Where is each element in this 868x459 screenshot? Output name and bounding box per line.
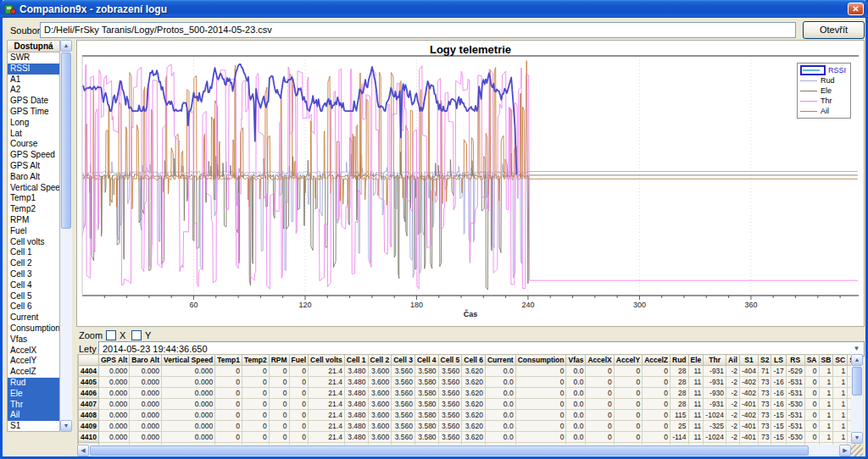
zoom-y-checkbox[interactable] — [131, 330, 142, 340]
column-header-rs[interactable]: RS — [786, 355, 804, 366]
table-cell[interactable]: -530 — [786, 399, 804, 410]
field-item-long[interactable]: Long — [8, 118, 59, 129]
table-cell[interactable]: 28 — [670, 377, 689, 388]
open-button[interactable]: Otevřít — [803, 21, 865, 39]
table-cell[interactable]: 0 — [804, 377, 819, 388]
table-cell[interactable]: 21.4 — [309, 432, 345, 443]
table-cell[interactable]: 0.000 — [162, 388, 215, 399]
table-cell[interactable]: 11 — [688, 377, 704, 388]
table-cell[interactable]: 0 — [586, 388, 614, 399]
row-header[interactable]: 4408 — [79, 410, 99, 421]
column-header-s2[interactable]: S2 — [758, 355, 771, 366]
table-cell[interactable]: 0.000 — [98, 410, 129, 421]
table-cell[interactable]: 3.560 — [392, 399, 415, 410]
table-cell[interactable]: -15 — [771, 410, 786, 421]
chevron-down-icon[interactable]: ▼ — [851, 344, 862, 354]
table-cell[interactable]: 3.560 — [438, 366, 462, 377]
table-cell[interactable]: -16 — [771, 399, 786, 410]
field-item-rssi[interactable]: RSSI — [8, 64, 59, 75]
table-cell[interactable]: 3.600 — [368, 432, 392, 443]
table-cell[interactable]: 3.560 — [392, 366, 415, 377]
field-item-ele[interactable]: Ele — [8, 389, 59, 400]
field-item-fuel[interactable]: Fuel — [8, 226, 59, 237]
field-item-lat[interactable]: Lat — [8, 129, 59, 140]
table-cell[interactable]: 3.580 — [415, 388, 438, 399]
resize-grip[interactable] — [851, 445, 863, 456]
table-cell[interactable]: 0 — [804, 399, 819, 410]
table-cell[interactable]: -16 — [771, 377, 786, 388]
table-cell[interactable]: 0 — [242, 366, 269, 377]
table-cell[interactable]: 0.000 — [162, 432, 215, 443]
column-header-cell-6[interactable]: Cell 6 — [462, 355, 486, 366]
table-cell[interactable]: 0 — [289, 421, 308, 432]
table-cell[interactable]: -2 — [726, 421, 740, 432]
table-cell[interactable]: 0.000 — [130, 377, 162, 388]
table-cell[interactable]: 0 — [515, 432, 566, 443]
table-cell[interactable]: 3.600 — [368, 366, 392, 377]
table-cell[interactable]: 0 — [614, 388, 642, 399]
table-cell[interactable]: 0 — [515, 388, 566, 399]
table-cell[interactable]: 0 — [242, 410, 269, 421]
row-header[interactable]: 4410 — [79, 432, 99, 443]
table-cell[interactable]: 0.000 — [98, 421, 129, 432]
table-cell[interactable]: 0 — [215, 377, 242, 388]
column-header-cell-4[interactable]: Cell 4 — [415, 355, 438, 366]
field-item-current[interactable]: Current — [8, 312, 59, 324]
table-cell[interactable]: 0 — [269, 421, 289, 432]
column-header-vfas[interactable]: Vfas — [566, 355, 586, 366]
scroll-down-icon[interactable]: ▼ — [851, 432, 863, 444]
table-cell[interactable]: 0 — [586, 366, 614, 377]
column-header-thr[interactable]: Thr — [704, 355, 726, 366]
table-cell[interactable]: 0 — [215, 399, 242, 410]
table-cell[interactable]: -1024 — [704, 410, 726, 421]
table-cell[interactable]: 3.480 — [344, 421, 368, 432]
table-cell[interactable]: 0 — [614, 366, 642, 377]
table-cell[interactable]: 21.4 — [309, 421, 345, 432]
table-cell[interactable]: -529 — [786, 366, 804, 377]
field-item-cell-2[interactable]: Cell 2 — [8, 258, 59, 269]
table-cell[interactable]: 0 — [289, 377, 308, 388]
table-cell[interactable]: 0.0 — [485, 410, 515, 421]
table-cell[interactable]: 3.480 — [344, 377, 368, 388]
table-cell[interactable]: 3.620 — [462, 366, 486, 377]
table-cell[interactable]: 0 — [614, 399, 642, 410]
table-cell[interactable]: 11 — [688, 421, 704, 432]
table-cell[interactable]: 0 — [643, 377, 670, 388]
table-cell[interactable]: 3.480 — [344, 388, 368, 399]
table-cell[interactable]: 0 — [804, 421, 819, 432]
table-cell[interactable]: 0.000 — [162, 377, 215, 388]
table-cell[interactable]: 3.580 — [415, 366, 438, 377]
table-cell[interactable]: 3.600 — [368, 388, 392, 399]
table-cell[interactable]: 0 — [515, 377, 566, 388]
column-header-vertical-speed[interactable]: Vertical Speed — [162, 355, 215, 366]
column-header-temp1[interactable]: Temp1 — [215, 355, 242, 366]
table-cell[interactable]: -531 — [786, 410, 804, 421]
table-cell[interactable]: 0 — [242, 432, 269, 443]
table-cell[interactable]: 11 — [688, 432, 704, 443]
table-cell[interactable]: 73 — [758, 432, 771, 443]
legend-item-ail[interactable]: Ail — [798, 106, 850, 116]
column-header-sc[interactable]: SC — [833, 355, 848, 366]
table-cell[interactable]: 73 — [758, 399, 771, 410]
table-cell[interactable]: 73 — [758, 388, 771, 399]
table-cell[interactable]: 0 — [515, 366, 566, 377]
table-cell[interactable]: -402 — [739, 388, 758, 399]
field-item-cell-5[interactable]: Cell 5 — [8, 291, 59, 302]
table-cell[interactable]: 0 — [643, 366, 670, 377]
table-row[interactable]: 44040.0000.0000.000000021.43.4803.6003.5… — [79, 366, 852, 377]
table-cell[interactable]: 0 — [643, 432, 670, 443]
table-cell[interactable]: 21.4 — [309, 388, 345, 399]
file-path-input[interactable]: D:/Heli/FrSky Taranis/Logy/Protos_500-20… — [40, 22, 796, 38]
table-cell[interactable]: 0.000 — [162, 410, 215, 421]
column-header-gps-alt[interactable]: GPS Alt — [98, 355, 129, 366]
table-cell[interactable]: -531 — [786, 377, 804, 388]
row-header[interactable]: 4404 — [79, 366, 99, 377]
table-cell[interactable]: 0 — [804, 410, 819, 421]
table-cell[interactable]: 11 — [688, 399, 704, 410]
table-cell[interactable]: 3.580 — [415, 399, 438, 410]
table-cell[interactable]: 0.0 — [566, 410, 586, 421]
table-cell[interactable]: 0.0 — [566, 377, 586, 388]
column-header-cell-5[interactable]: Cell 5 — [438, 355, 462, 366]
field-item-accely[interactable]: AccelY — [8, 356, 59, 367]
table-cell[interactable]: 3.580 — [415, 432, 438, 443]
